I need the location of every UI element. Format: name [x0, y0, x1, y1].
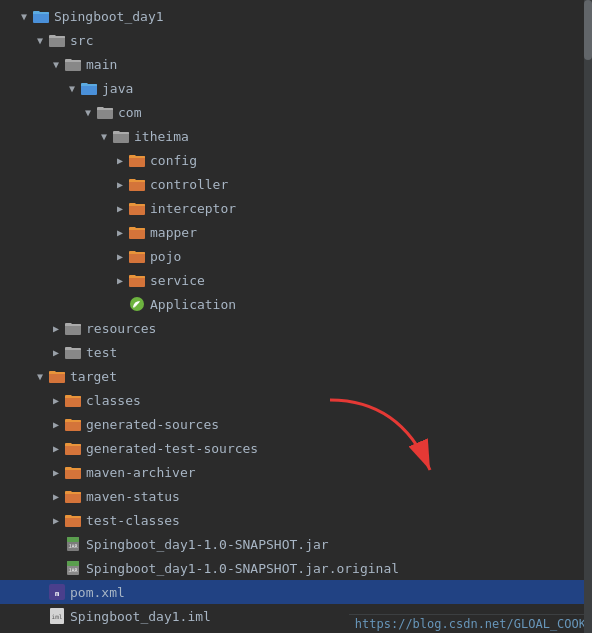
label-iml: Spingboot_day1.iml	[70, 609, 211, 624]
tree-item-target[interactable]: target	[0, 364, 592, 388]
tree-item-java[interactable]: java	[0, 76, 592, 100]
icon-generated-test-sources	[64, 439, 82, 457]
icon-test-classes	[64, 511, 82, 529]
tree-item-test[interactable]: test	[0, 340, 592, 364]
tree-item-config[interactable]: config	[0, 148, 592, 172]
icon-spingboot_day1_root	[32, 7, 50, 25]
icon-resources	[64, 319, 82, 337]
tree-item-pojo[interactable]: pojo	[0, 244, 592, 268]
label-service: service	[150, 273, 205, 288]
icon-config	[128, 151, 146, 169]
tree-item-generated-sources[interactable]: generated-sources	[0, 412, 592, 436]
scrollbar[interactable]	[584, 0, 592, 633]
tree-arrow-target[interactable]	[32, 371, 48, 382]
icon-com	[96, 103, 114, 121]
tree-arrow-com[interactable]	[80, 107, 96, 118]
icon-interceptor	[128, 199, 146, 217]
label-config: config	[150, 153, 197, 168]
tree-item-src[interactable]: src	[0, 28, 592, 52]
tree-arrow-pojo[interactable]	[112, 251, 128, 262]
label-maven-archiver: maven-archiver	[86, 465, 196, 480]
label-pojo: pojo	[150, 249, 181, 264]
scrollbar-thumb[interactable]	[584, 0, 592, 60]
tree-arrow-test[interactable]	[48, 347, 64, 358]
icon-main	[64, 55, 82, 73]
label-itheima: itheima	[134, 129, 189, 144]
icon-itheima	[112, 127, 130, 145]
tree-arrow-mapper[interactable]	[112, 227, 128, 238]
label-jar2: Spingboot_day1-1.0-SNAPSHOT.jar.original	[86, 561, 399, 576]
tree-arrow-classes[interactable]	[48, 395, 64, 406]
svg-rect-26	[67, 561, 79, 566]
svg-text:JAR: JAR	[68, 567, 78, 573]
tree-arrow-java[interactable]	[64, 83, 80, 94]
label-interceptor: interceptor	[150, 201, 236, 216]
label-generated-test-sources: generated-test-sources	[86, 441, 258, 456]
tree-item-mapper[interactable]: mapper	[0, 220, 592, 244]
label-classes: classes	[86, 393, 141, 408]
tree-item-interceptor[interactable]: interceptor	[0, 196, 592, 220]
tree-arrow-controller[interactable]	[112, 179, 128, 190]
label-test-classes: test-classes	[86, 513, 180, 528]
icon-maven-archiver	[64, 463, 82, 481]
tree-item-com[interactable]: com	[0, 100, 592, 124]
tree-item-jar2[interactable]: JAR Spingboot_day1-1.0-SNAPSHOT.jar.orig…	[0, 556, 592, 580]
tree-item-service[interactable]: service	[0, 268, 592, 292]
tree-item-test-classes[interactable]: test-classes	[0, 508, 592, 532]
tree-arrow-test-classes[interactable]	[48, 515, 64, 526]
icon-pom: m	[48, 583, 66, 601]
label-generated-sources: generated-sources	[86, 417, 219, 432]
tree-arrow-resources[interactable]	[48, 323, 64, 334]
tree-arrow-pom[interactable]	[32, 587, 48, 598]
svg-rect-23	[67, 537, 79, 542]
tree-arrow-jar1[interactable]	[48, 539, 64, 550]
icon-service	[128, 271, 146, 289]
label-jar1: Spingboot_day1-1.0-SNAPSHOT.jar	[86, 537, 329, 552]
tree-arrow-iml[interactable]	[32, 611, 48, 622]
tree-arrow-maven-archiver[interactable]	[48, 467, 64, 478]
icon-classes	[64, 391, 82, 409]
label-application: Application	[150, 297, 236, 312]
tree-arrow-generated-test-sources[interactable]	[48, 443, 64, 454]
icon-java	[80, 79, 98, 97]
tree-item-resources[interactable]: resources	[0, 316, 592, 340]
label-spingboot_day1_root: Spingboot_day1	[54, 9, 164, 24]
tree-arrow-src[interactable]	[32, 35, 48, 46]
tree-item-main[interactable]: main	[0, 52, 592, 76]
tree-arrow-itheima[interactable]	[96, 131, 112, 142]
icon-generated-sources	[64, 415, 82, 433]
tree-arrow-jar2[interactable]	[48, 563, 64, 574]
icon-maven-status	[64, 487, 82, 505]
label-java: java	[102, 81, 133, 96]
svg-text:m: m	[55, 590, 59, 598]
tree-arrow-maven-status[interactable]	[48, 491, 64, 502]
tree-item-generated-test-sources[interactable]: generated-test-sources	[0, 436, 592, 460]
tree-arrow-main[interactable]	[48, 59, 64, 70]
svg-text:JAR: JAR	[68, 543, 78, 549]
tree-item-maven-archiver[interactable]: maven-archiver	[0, 460, 592, 484]
svg-text:iml: iml	[52, 613, 63, 620]
tree-item-pom[interactable]: m pom.xml	[0, 580, 592, 604]
tree-item-classes[interactable]: classes	[0, 388, 592, 412]
label-controller: controller	[150, 177, 228, 192]
label-com: com	[118, 105, 141, 120]
tree-arrow-application[interactable]	[112, 299, 128, 310]
tree-item-maven-status[interactable]: maven-status	[0, 484, 592, 508]
icon-jar2: JAR	[64, 559, 82, 577]
url-bar: https://blog.csdn.net/GLOAL_COOK	[349, 614, 592, 633]
label-pom: pom.xml	[70, 585, 125, 600]
icon-iml: iml	[48, 607, 66, 625]
icon-pojo	[128, 247, 146, 265]
tree-arrow-config[interactable]	[112, 155, 128, 166]
tree-item-controller[interactable]: controller	[0, 172, 592, 196]
tree-item-application[interactable]: Application	[0, 292, 592, 316]
tree-arrow-generated-sources[interactable]	[48, 419, 64, 430]
tree-arrow-spingboot_day1_root[interactable]	[16, 11, 32, 22]
icon-jar1: JAR	[64, 535, 82, 553]
tree-item-itheima[interactable]: itheima	[0, 124, 592, 148]
icon-controller	[128, 175, 146, 193]
tree-item-jar1[interactable]: JAR Spingboot_day1-1.0-SNAPSHOT.jar	[0, 532, 592, 556]
tree-arrow-service[interactable]	[112, 275, 128, 286]
tree-arrow-interceptor[interactable]	[112, 203, 128, 214]
tree-item-spingboot_day1_root[interactable]: Spingboot_day1	[0, 4, 592, 28]
